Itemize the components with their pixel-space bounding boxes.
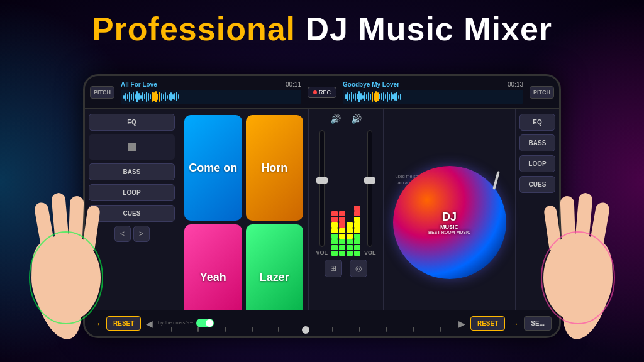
title-bar: Professional DJ Music Mixer xyxy=(0,11,644,47)
top-bar: PITCH All For Love 00:11 xyxy=(85,76,559,109)
pad-come-on[interactable]: Come on xyxy=(184,115,242,221)
turntable-label: DJ MUSIC BEST ROOM MUSIC xyxy=(428,211,470,234)
vol-label-left: VOL xyxy=(316,250,328,256)
fader-left[interactable]: VOL xyxy=(316,130,328,256)
vol-label-right: VOL xyxy=(364,250,376,256)
nav-arrows: < > xyxy=(89,226,175,242)
arrow-left-icon: → xyxy=(92,319,101,329)
fader-track-right[interactable] xyxy=(367,130,372,247)
title-part1: Professional xyxy=(92,11,296,47)
track-right-time: 00:13 xyxy=(508,81,523,88)
reset-button-left[interactable]: RESET xyxy=(106,316,141,331)
waveform-right xyxy=(343,90,523,104)
prev-track-icon[interactable]: ◀ xyxy=(146,319,153,329)
fader-handle-left xyxy=(316,177,328,184)
rec-dot xyxy=(313,90,317,94)
eq-button-right[interactable]: EQ xyxy=(519,114,555,131)
rec-label: REC xyxy=(319,89,331,96)
bass-button-left[interactable]: BASS xyxy=(89,163,175,180)
turntable-area: used me so I could stand and sing in I a… xyxy=(384,109,515,336)
reset-button-right[interactable]: RESET xyxy=(470,316,505,331)
crossfade-label: by the crossfa··· xyxy=(158,320,193,326)
eq-col-4 xyxy=(354,130,360,256)
arrow-right-icon: → xyxy=(510,319,519,329)
turntable-disc[interactable]: DJ MUSIC BEST ROOM MUSIC xyxy=(393,166,506,279)
loop-button-right[interactable]: LOOP xyxy=(519,155,555,172)
mixer-icons: ⊞ ◎ xyxy=(325,260,367,277)
track-right-name: Goodbye My Lover xyxy=(343,81,399,88)
waveform-left xyxy=(121,90,301,104)
eq-button-left[interactable]: EQ xyxy=(89,114,175,131)
pitch-right[interactable]: PITCH xyxy=(530,86,554,99)
nav-prev[interactable]: < xyxy=(114,226,131,242)
bass-button-right[interactable]: BASS xyxy=(519,134,555,151)
eq-col-3 xyxy=(347,130,353,256)
crossfader-thumb xyxy=(302,326,309,334)
bottom-bar: → RESET ◀ by the crossfa··· xyxy=(85,310,559,336)
pads-grid: Come on Horn Yeah Lazer xyxy=(184,115,303,330)
main-content: EQ BASS LOOP CUES < > Come on Horn xyxy=(85,109,559,336)
loop-button-left[interactable]: LOOP xyxy=(89,184,175,201)
mixer-grid-btn[interactable]: ⊞ xyxy=(325,260,342,277)
pitch-left[interactable]: PITCH xyxy=(90,86,114,99)
track-right: Goodbye My Lover 00:13 xyxy=(339,80,527,105)
pads-area: Come on Horn Yeah Lazer xyxy=(179,109,308,336)
right-panel: EQ BASS LOOP CUES xyxy=(515,109,559,336)
track-left: All For Love 00:11 xyxy=(117,80,305,105)
cues-button-left[interactable]: CUES xyxy=(89,205,175,222)
fader-right[interactable]: VOL xyxy=(364,130,376,256)
track-left-time: 00:11 xyxy=(286,81,301,88)
settings-icon: ◎ xyxy=(355,264,362,273)
fader-handle-right xyxy=(364,177,375,184)
left-panel: EQ BASS LOOP CUES < > xyxy=(85,109,179,336)
eq-bars xyxy=(331,130,360,256)
sliders-eq: VOL xyxy=(316,130,375,256)
device-frame: PITCH All For Love 00:11 xyxy=(83,74,561,338)
toggle-thumb xyxy=(206,319,213,327)
pad-horn[interactable]: Horn xyxy=(246,115,304,221)
vol-icon-right: 🔊 xyxy=(351,114,362,124)
fader-track-left[interactable] xyxy=(319,130,325,247)
nav-next[interactable]: > xyxy=(133,226,150,242)
vol-icons: 🔊 🔊 xyxy=(330,114,362,124)
grid-icon: ⊞ xyxy=(330,264,336,273)
eq-col-1 xyxy=(331,130,338,256)
vol-icon-left: 🔊 xyxy=(330,114,341,124)
mixer-area: 🔊 🔊 VOL xyxy=(308,109,384,336)
crossfade-toggle[interactable] xyxy=(196,319,214,327)
cues-button-right[interactable]: CUES xyxy=(519,176,555,193)
settings-button-bottom[interactable]: SE... xyxy=(524,316,552,331)
title-part2: DJ Music Mixer xyxy=(296,11,552,47)
mixer-settings-btn[interactable]: ◎ xyxy=(350,260,367,277)
eq-col-2 xyxy=(339,130,345,256)
next-track-icon[interactable]: ▶ xyxy=(458,319,465,329)
rec-button[interactable]: REC xyxy=(308,87,336,98)
track-left-name: All For Love xyxy=(121,81,157,88)
